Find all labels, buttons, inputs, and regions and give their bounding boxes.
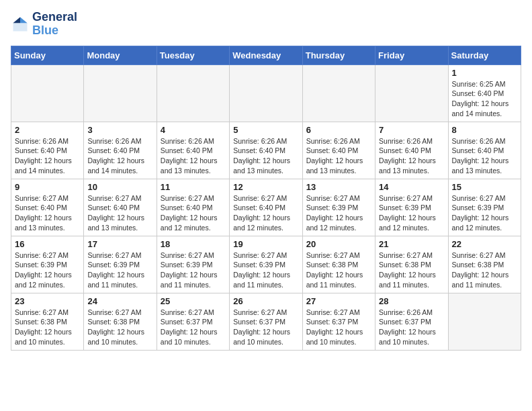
day-info: Sunrise: 6:26 AM Sunset: 6:37 PM Dayligh… [379,308,444,347]
day-number: 7 [379,125,444,135]
calendar-cell: 25Sunrise: 6:27 AM Sunset: 6:37 PM Dayli… [157,293,229,350]
calendar-cell: 14Sunrise: 6:27 AM Sunset: 6:39 PM Dayli… [375,179,448,236]
day-number: 28 [379,296,444,306]
day-number: 27 [306,296,371,306]
calendar-cell [302,64,375,122]
calendar-cell [375,64,448,122]
day-number: 4 [161,125,226,135]
calendar-cell: 18Sunrise: 6:27 AM Sunset: 6:39 PM Dayli… [157,236,229,293]
day-number: 22 [452,239,517,249]
calendar-cell: 20Sunrise: 6:27 AM Sunset: 6:38 PM Dayli… [302,236,375,293]
week-row-4: 16Sunrise: 6:27 AM Sunset: 6:39 PM Dayli… [11,236,521,293]
calendar-cell [11,64,84,122]
day-info: Sunrise: 6:27 AM Sunset: 6:40 PM Dayligh… [233,193,298,233]
day-info: Sunrise: 6:27 AM Sunset: 6:39 PM Dayligh… [233,250,298,290]
day-number: 11 [161,182,226,192]
weekday-header-friday: Friday [375,46,448,64]
calendar-cell: 3Sunrise: 6:26 AM Sunset: 6:40 PM Daylig… [84,122,157,179]
calendar-cell [84,64,157,122]
day-info: Sunrise: 6:26 AM Sunset: 6:40 PM Dayligh… [379,136,444,176]
calendar-cell: 4Sunrise: 6:26 AM Sunset: 6:40 PM Daylig… [157,122,229,179]
day-info: Sunrise: 6:27 AM Sunset: 6:40 PM Dayligh… [15,193,80,233]
logo-icon [11,15,30,34]
weekday-header-thursday: Thursday [302,46,375,64]
day-info: Sunrise: 6:26 AM Sunset: 6:40 PM Dayligh… [161,136,226,176]
calendar-table: SundayMondayTuesdayWednesdayThursdayFrid… [11,46,521,351]
calendar-cell: 27Sunrise: 6:27 AM Sunset: 6:37 PM Dayli… [302,293,375,350]
day-number: 20 [306,239,371,249]
day-number: 18 [161,239,226,249]
day-info: Sunrise: 6:26 AM Sunset: 6:40 PM Dayligh… [15,136,80,176]
calendar-cell: 12Sunrise: 6:27 AM Sunset: 6:40 PM Dayli… [230,179,302,236]
svg-marker-2 [13,17,21,23]
calendar-cell: 15Sunrise: 6:27 AM Sunset: 6:39 PM Dayli… [448,179,521,236]
calendar-cell: 28Sunrise: 6:26 AM Sunset: 6:37 PM Dayli… [375,293,448,350]
calendar-cell: 17Sunrise: 6:27 AM Sunset: 6:39 PM Dayli… [84,236,157,293]
weekday-header-tuesday: Tuesday [157,46,229,64]
svg-marker-1 [20,17,28,23]
day-number: 21 [379,239,444,249]
day-number: 5 [233,125,298,135]
page-header: General Blue [11,11,521,38]
calendar-cell: 7Sunrise: 6:26 AM Sunset: 6:40 PM Daylig… [375,122,448,179]
day-number: 6 [306,125,371,135]
day-number: 16 [15,239,80,249]
day-info: Sunrise: 6:27 AM Sunset: 6:39 PM Dayligh… [306,193,371,233]
calendar-cell: 16Sunrise: 6:27 AM Sunset: 6:39 PM Dayli… [11,236,84,293]
day-info: Sunrise: 6:27 AM Sunset: 6:37 PM Dayligh… [161,308,226,347]
calendar-cell: 11Sunrise: 6:27 AM Sunset: 6:40 PM Dayli… [157,179,229,236]
day-info: Sunrise: 6:27 AM Sunset: 6:39 PM Dayligh… [161,250,226,290]
day-number: 8 [452,125,517,135]
calendar-cell: 21Sunrise: 6:27 AM Sunset: 6:38 PM Dayli… [375,236,448,293]
day-info: Sunrise: 6:26 AM Sunset: 6:40 PM Dayligh… [233,136,298,176]
day-number: 17 [87,239,152,249]
day-info: Sunrise: 6:27 AM Sunset: 6:37 PM Dayligh… [306,308,371,347]
calendar-cell: 24Sunrise: 6:27 AM Sunset: 6:38 PM Dayli… [84,293,157,350]
day-info: Sunrise: 6:27 AM Sunset: 6:38 PM Dayligh… [15,308,80,347]
weekday-header-row: SundayMondayTuesdayWednesdayThursdayFrid… [11,46,521,64]
day-number: 14 [379,182,444,192]
day-number: 12 [233,182,298,192]
calendar-cell: 22Sunrise: 6:27 AM Sunset: 6:38 PM Dayli… [448,236,521,293]
day-number: 9 [15,182,80,192]
day-number: 15 [452,182,517,192]
day-number: 1 [452,68,517,78]
logo: General Blue [11,11,77,38]
calendar-cell: 2Sunrise: 6:26 AM Sunset: 6:40 PM Daylig… [11,122,84,179]
calendar-cell: 23Sunrise: 6:27 AM Sunset: 6:38 PM Dayli… [11,293,84,350]
day-info: Sunrise: 6:27 AM Sunset: 6:38 PM Dayligh… [379,250,444,290]
day-info: Sunrise: 6:27 AM Sunset: 6:39 PM Dayligh… [87,250,152,290]
calendar-cell: 19Sunrise: 6:27 AM Sunset: 6:39 PM Dayli… [230,236,302,293]
weekday-header-saturday: Saturday [448,46,521,64]
calendar-cell: 10Sunrise: 6:27 AM Sunset: 6:40 PM Dayli… [84,179,157,236]
day-info: Sunrise: 6:26 AM Sunset: 6:40 PM Dayligh… [452,136,517,176]
day-info: Sunrise: 6:27 AM Sunset: 6:39 PM Dayligh… [452,193,517,233]
weekday-header-monday: Monday [84,46,157,64]
day-number: 13 [306,182,371,192]
day-info: Sunrise: 6:26 AM Sunset: 6:40 PM Dayligh… [87,136,152,176]
calendar-cell: 5Sunrise: 6:26 AM Sunset: 6:40 PM Daylig… [230,122,302,179]
calendar-cell: 6Sunrise: 6:26 AM Sunset: 6:40 PM Daylig… [302,122,375,179]
calendar-cell: 26Sunrise: 6:27 AM Sunset: 6:37 PM Dayli… [230,293,302,350]
day-info: Sunrise: 6:27 AM Sunset: 6:37 PM Dayligh… [233,308,298,347]
calendar-cell: 13Sunrise: 6:27 AM Sunset: 6:39 PM Dayli… [302,179,375,236]
week-row-2: 2Sunrise: 6:26 AM Sunset: 6:40 PM Daylig… [11,122,521,179]
day-number: 23 [15,296,80,306]
day-number: 25 [161,296,226,306]
day-info: Sunrise: 6:25 AM Sunset: 6:40 PM Dayligh… [452,79,517,119]
day-number: 19 [233,239,298,249]
day-info: Sunrise: 6:27 AM Sunset: 6:38 PM Dayligh… [87,308,152,347]
day-info: Sunrise: 6:27 AM Sunset: 6:39 PM Dayligh… [379,193,444,233]
weekday-header-sunday: Sunday [11,46,84,64]
day-info: Sunrise: 6:27 AM Sunset: 6:38 PM Dayligh… [306,250,371,290]
day-info: Sunrise: 6:27 AM Sunset: 6:40 PM Dayligh… [87,193,152,233]
calendar-cell: 9Sunrise: 6:27 AM Sunset: 6:40 PM Daylig… [11,179,84,236]
calendar-cell: 8Sunrise: 6:26 AM Sunset: 6:40 PM Daylig… [448,122,521,179]
logo-text: General Blue [32,11,77,38]
day-info: Sunrise: 6:26 AM Sunset: 6:40 PM Dayligh… [306,136,371,176]
day-number: 24 [87,296,152,306]
day-number: 2 [15,125,80,135]
calendar-cell: 1Sunrise: 6:25 AM Sunset: 6:40 PM Daylig… [448,64,521,122]
calendar-cell [230,64,302,122]
week-row-5: 23Sunrise: 6:27 AM Sunset: 6:38 PM Dayli… [11,293,521,350]
